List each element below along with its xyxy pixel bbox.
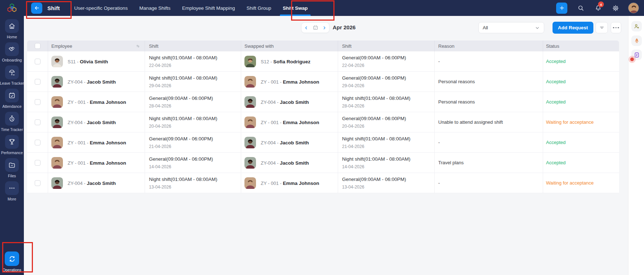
sidebar-item[interactable]: Onboarding — [0, 42, 24, 62]
module-tab[interactable]: Employee Shift Mapping — [182, 0, 235, 16]
status-cell: Accepted — [543, 72, 619, 92]
shift-cell: Night shift(01:00AM - 08:00AM) 20-04-202… — [145, 112, 241, 132]
gear-icon — [612, 4, 619, 12]
sidebar-item[interactable]: Files — [0, 158, 24, 178]
table-header-row: Employee Shift Swapped with Shift Reason… — [27, 41, 619, 51]
row-checkbox[interactable] — [35, 79, 40, 85]
status-badge: Accepted — [546, 79, 566, 84]
header-reason[interactable]: Reason — [435, 41, 543, 51]
employee-cell: ZY - 001 - Emma Johnson — [48, 132, 145, 152]
table-row[interactable]: ZY-004 - Jacob Smith Night shift(01:00AM… — [27, 173, 619, 193]
shift-date: 13-04-2026 — [149, 185, 171, 190]
swapped-employee-avatar — [244, 76, 256, 88]
swapped-employee-name: S12 - Sofia Rodriguez — [261, 58, 310, 65]
app-logo[interactable] — [0, 0, 24, 16]
swapped-shift-name: Night shift(01:00AM - 08:00AM) — [342, 96, 410, 101]
sidebar-item[interactable]: Leave Tracker — [0, 65, 24, 85]
plus-icon — [559, 5, 565, 11]
user-share-button[interactable] — [631, 21, 642, 31]
row-checkbox[interactable] — [35, 140, 40, 145]
shift-name: Night shift(01:00AM - 08:00AM) — [149, 75, 217, 81]
status-cell: Accepted — [543, 92, 619, 112]
back-button[interactable] — [31, 3, 42, 14]
swapped-employee-name: ZY - 001 - Emma Johnson — [261, 79, 319, 85]
shift-name: General(09:00AM - 06:00PM) — [149, 96, 213, 101]
sidebar-item[interactable]: Attendance — [0, 89, 24, 109]
sidebar-item[interactable]: Home — [0, 19, 24, 39]
shift-date: 22-04-2026 — [149, 63, 171, 68]
swapped-shift-date: 14-04-2026 — [342, 164, 364, 169]
more-options-button[interactable] — [611, 22, 621, 33]
add-request-button[interactable]: Add Request — [553, 22, 593, 34]
settings-button[interactable] — [611, 4, 619, 12]
status-badge: Accepted — [546, 59, 566, 64]
row-checkbox[interactable] — [35, 99, 40, 105]
add-button[interactable] — [556, 3, 567, 14]
chevron-right-icon[interactable] — [322, 26, 327, 30]
sidebar-item[interactable]: Performance — [0, 135, 24, 155]
feedback-button[interactable] — [631, 50, 642, 60]
table-row[interactable]: ZY-004 - Jacob Smith Night shift(01:00AM… — [27, 112, 619, 132]
sidebar-item-icon — [8, 68, 16, 76]
status-badge: Accepted — [546, 140, 566, 145]
swapped-shift-name: General(09:00AM - 06:00PM) — [342, 116, 406, 121]
search-button[interactable] — [577, 4, 585, 12]
module-tab[interactable]: Shift Group — [247, 0, 271, 16]
chevron-left-icon[interactable] — [304, 26, 308, 30]
table-row[interactable]: S11 - Olivia Smith Night shift(01:00AM -… — [27, 51, 619, 72]
notifications-button[interactable]: 4 — [594, 4, 602, 12]
reason-cell: Personal reasons — [435, 92, 543, 112]
user-profile-avatar[interactable] — [628, 3, 639, 13]
header-swapped-with[interactable]: Swapped with — [241, 41, 338, 51]
status-badge: Waiting for acceptance — [546, 119, 594, 125]
sort-icon[interactable] — [136, 44, 140, 48]
reason-cell: - — [435, 132, 543, 152]
swapped-shift-name: General(09:00AM - 06:00PM) — [342, 177, 406, 182]
employee-name: S11 - Olivia Smith — [68, 58, 108, 65]
swapped-shift-name: Night shift(01:00AM - 08:00AM) — [342, 156, 410, 162]
header-status[interactable]: Status — [543, 41, 619, 51]
shift-cell: Night shift(01:00AM - 08:00AM) 29-04-202… — [145, 72, 241, 92]
module-tab[interactable]: Manage Shifts — [139, 0, 170, 16]
swapped-shift-date: 21-04-2026 — [342, 144, 364, 149]
row-checkbox[interactable] — [35, 119, 40, 125]
sidebar-item-operations[interactable]: Operations — [0, 251, 24, 272]
select-all-checkbox[interactable] — [35, 43, 40, 49]
table-body: S11 - Olivia Smith Night shift(01:00AM -… — [27, 51, 619, 193]
table-row[interactable]: ZY - 001 - Emma Johnson General(09:00AM … — [27, 153, 619, 173]
sidebar-item-label: Leave Tracker — [0, 81, 24, 85]
swapped-shift-cell: Night shift(01:00AM - 08:00AM) 14-04-202… — [338, 153, 435, 173]
swapped-shift-date: 20-04-2026 — [342, 124, 364, 129]
row-checkbox[interactable] — [35, 160, 40, 166]
row-checkbox[interactable] — [35, 180, 40, 186]
swapped-with-cell: ZY-004 - Jacob Smith — [241, 153, 338, 173]
shift-cell: General(09:00AM - 06:00PM) 14-04-2026 — [145, 153, 241, 173]
calendar-icon[interactable] — [312, 25, 319, 31]
header-employee[interactable]: Employee — [48, 41, 145, 51]
employee-name: ZY-004 - Jacob Smith — [68, 119, 116, 126]
chevron-down-icon — [535, 25, 540, 30]
table-row[interactable]: ZY - 001 - Emma Johnson General(09:00AM … — [27, 92, 619, 112]
module-tab[interactable]: User-specific Operations — [74, 0, 128, 16]
sidebar-item[interactable]: Time Tracker — [0, 112, 24, 132]
employee-avatar — [51, 96, 63, 108]
shift-name: Night shift(01:00AM - 08:00AM) — [149, 116, 217, 121]
shift-cell: Night shift(01:00AM - 08:00AM) 22-04-202… — [145, 51, 241, 71]
header-shift-2[interactable]: Shift — [338, 41, 435, 51]
swapped-shift-cell: General(09:00AM - 06:00PM) 13-04-2026 — [338, 173, 435, 193]
filter-button[interactable] — [596, 22, 608, 33]
table-row[interactable]: ZY-004 - Jacob Smith Night shift(01:00AM… — [27, 72, 619, 92]
whats-new-button[interactable] — [631, 35, 642, 46]
table-row[interactable]: ZY - 001 - Emma Johnson General(09:00AM … — [27, 132, 619, 153]
sidebar-item[interactable]: More — [0, 181, 24, 201]
left-sidebar: Home Onboarding Leave Tracker Attendance — [0, 16, 24, 275]
sidebar-item-label: Attendance — [2, 104, 21, 109]
header-shift[interactable]: Shift — [145, 41, 241, 51]
status-filter-dropdown[interactable]: All — [478, 22, 544, 33]
row-checkbox[interactable] — [35, 59, 40, 64]
employee-avatar — [51, 56, 63, 67]
swapped-employee-name: ZY-004 - Jacob Smith — [261, 139, 309, 146]
employee-cell: ZY-004 - Jacob Smith — [48, 72, 145, 92]
topnav-actions: 4 — [556, 3, 639, 14]
module-tab[interactable]: Shift Swap — [283, 0, 308, 16]
